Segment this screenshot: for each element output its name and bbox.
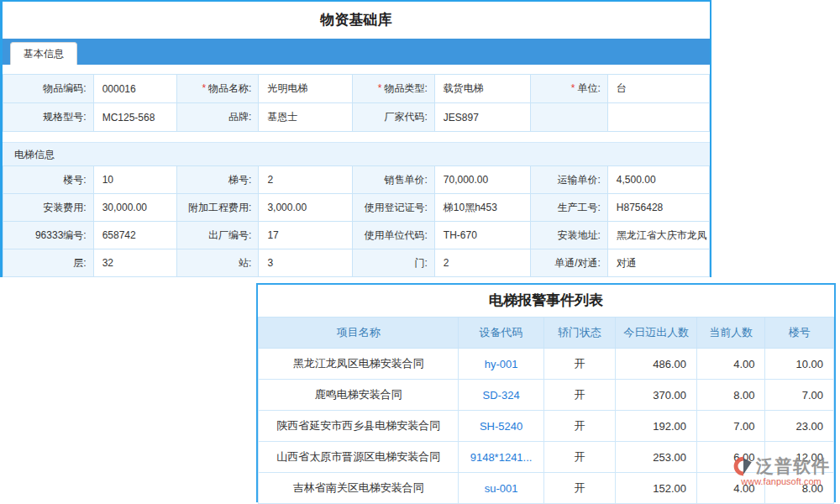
- table-cell: 370.00: [616, 380, 697, 411]
- table-cell: 6.00: [696, 442, 765, 473]
- table-cell: 23.00: [765, 411, 834, 442]
- device-code-link[interactable]: SH-5240: [459, 411, 543, 442]
- column-header: 项目名称: [259, 318, 459, 349]
- field-label: 销售单价:: [353, 166, 435, 194]
- field-value: 台: [607, 75, 709, 103]
- table-cell: 10.00: [765, 349, 834, 380]
- alarm-events-table: 项目名称设备代码轿门状态今日迈出人数当前人数楼号 黑龙江龙凤区电梯安装合同hy-…: [258, 317, 834, 504]
- required-marker: *: [378, 82, 382, 94]
- alarm-table-header-row: 项目名称设备代码轿门状态今日迈出人数当前人数楼号: [259, 318, 834, 349]
- field-value: 载货电梯: [434, 75, 530, 103]
- form-row: 层:32站:3门:2单通/对通:对通: [3, 249, 710, 277]
- table-cell: 7.00: [696, 411, 765, 442]
- elevator-info-grid: 楼号:10梯号:2销售单价:70,000.00运输单价:4,500.00安装费用…: [3, 165, 710, 277]
- field-value: 3,000.00: [259, 194, 353, 222]
- device-code-link[interactable]: hy-001: [459, 349, 543, 380]
- field-value: MC125-568: [93, 103, 176, 132]
- field-label: 96333编号:: [3, 222, 94, 249]
- field-label: 单通/对通:: [531, 249, 608, 277]
- field-value: 3: [259, 249, 353, 277]
- column-header: 设备代码: [459, 318, 543, 349]
- field-label: [531, 103, 608, 132]
- table-cell: 486.00: [616, 349, 697, 380]
- table-cell: 4.00: [696, 473, 765, 504]
- table-row: 山西省太原市晋源区电梯安装合同9148*1241...开253.006.0012…: [259, 442, 834, 473]
- device-code-link[interactable]: SD-324: [459, 380, 543, 411]
- field-label: 厂家代码:: [353, 103, 435, 132]
- field-label: 站:: [176, 249, 259, 277]
- required-marker: *: [202, 82, 206, 94]
- table-cell: 鹿鸣电梯安装合同: [259, 380, 459, 411]
- field-value: 基恩士: [259, 103, 353, 132]
- field-label: 品牌:: [176, 103, 259, 132]
- field-label: 运输单价:: [531, 166, 608, 194]
- section-gap: [3, 132, 710, 142]
- field-label: 安装地址:: [531, 222, 608, 249]
- field-label: *物品名称:: [176, 75, 259, 103]
- table-cell: 吉林省南关区电梯安装合同: [259, 473, 459, 504]
- device-code-link[interactable]: su-001: [459, 473, 543, 504]
- field-label: 生产工号:: [531, 194, 608, 222]
- device-code-link[interactable]: 9148*1241...: [459, 442, 543, 473]
- page: 物资基础库 基本信息 物品编码:000016*物品名称:光明电梯*物品类型:载货…: [0, 0, 840, 504]
- table-cell: 黑龙江龙凤区电梯安装合同: [259, 349, 459, 380]
- form-row: 楼号:10梯号:2销售单价:70,000.00运输单价:4,500.00: [3, 166, 710, 194]
- field-value: 4,500.00: [607, 166, 709, 194]
- field-label: 梯号:: [176, 166, 259, 194]
- table-cell: 4.00: [696, 349, 765, 380]
- table-row: 陕西省延安市西乡县电梯安装合同SH-5240开192.007.0023.00: [259, 411, 834, 442]
- alarm-table-title: 电梯报警事件列表: [258, 285, 834, 317]
- field-value: 梯10黑h453: [434, 194, 530, 222]
- field-value: 光明电梯: [259, 75, 353, 103]
- column-header: 今日迈出人数: [616, 318, 697, 349]
- tab-basic-info[interactable]: 基本信息: [10, 42, 77, 65]
- field-value: 17: [259, 222, 353, 249]
- field-label: 层:: [3, 249, 94, 277]
- elevator-info-section-title: 电梯信息: [3, 142, 710, 165]
- field-label: *单位:: [531, 75, 608, 103]
- table-row: 鹿鸣电梯安装合同SD-324开370.008.007.00: [259, 380, 834, 411]
- field-value: 2: [259, 166, 353, 194]
- field-value: 30,000.00: [93, 194, 176, 222]
- table-cell: 12.00: [765, 442, 834, 473]
- table-row: 黑龙江龙凤区电梯安装合同hy-001开486.004.0010.00: [259, 349, 834, 380]
- table-cell: 开: [543, 380, 616, 411]
- field-value: 32: [93, 249, 176, 277]
- field-label: *物品类型:: [353, 75, 435, 103]
- field-value: 000016: [93, 75, 176, 103]
- field-label: 附加工程费用:: [176, 194, 259, 222]
- table-cell: 开: [543, 442, 616, 473]
- material-form-panel: 物资基础库 基本信息 物品编码:000016*物品名称:光明电梯*物品类型:载货…: [0, 0, 711, 277]
- form-row: 规格型号:MC125-568品牌:基恩士厂家代码:JES897: [3, 103, 710, 132]
- tab-bar: 基本信息: [3, 39, 710, 65]
- field-value: [607, 103, 709, 132]
- table-cell: 192.00: [616, 411, 697, 442]
- field-value: 70,000.00: [434, 166, 530, 194]
- alarm-events-panel: 电梯报警事件列表 项目名称设备代码轿门状态今日迈出人数当前人数楼号 黑龙江龙凤区…: [256, 283, 836, 502]
- column-header: 轿门状态: [543, 318, 616, 349]
- form-row: 安装费用:30,000.00附加工程费用:3,000.00使用登记证号:梯10黑…: [3, 194, 710, 222]
- field-value: H8756428: [607, 194, 709, 222]
- table-cell: 山西省太原市晋源区电梯安装合同: [259, 442, 459, 473]
- table-cell: 开: [543, 349, 616, 380]
- field-value: 658742: [93, 222, 176, 249]
- table-cell: 253.00: [616, 442, 697, 473]
- basic-info-grid: 物品编码:000016*物品名称:光明电梯*物品类型:载货电梯*单位:台规格型号…: [3, 74, 710, 132]
- field-value: 对通: [607, 249, 709, 277]
- table-cell: 陕西省延安市西乡县电梯安装合同: [259, 411, 459, 442]
- field-label: 安装费用:: [3, 194, 94, 222]
- field-label: 门:: [353, 249, 435, 277]
- field-value: 10: [93, 166, 176, 194]
- field-label: 楼号:: [3, 166, 94, 194]
- table-cell: 开: [543, 411, 616, 442]
- field-value: 黑龙江省大庆市龙凤: [607, 222, 709, 249]
- table-cell: 开: [543, 473, 616, 504]
- field-label: 物品编码:: [3, 75, 94, 103]
- table-cell: 7.00: [765, 380, 834, 411]
- field-value: TH-670: [434, 222, 530, 249]
- field-label: 出厂编号:: [176, 222, 259, 249]
- field-label: 使用登记证号:: [353, 194, 435, 222]
- table-cell: 8.00: [765, 473, 834, 504]
- column-header: 楼号: [765, 318, 834, 349]
- field-value: 2: [434, 249, 530, 277]
